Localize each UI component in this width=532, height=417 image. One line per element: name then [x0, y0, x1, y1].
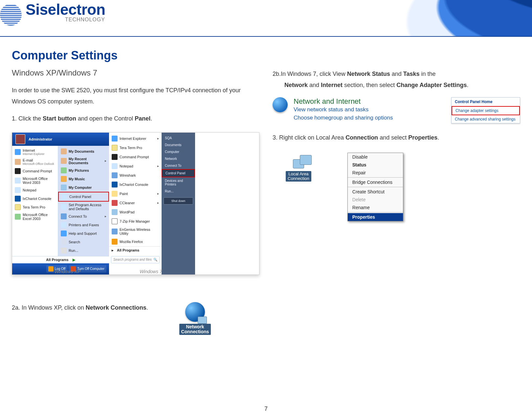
cp-home[interactable]: Control Panel Home — [452, 98, 520, 106]
globe-monitor-icon — [185, 302, 205, 322]
xp-place-item[interactable]: My Documents — [58, 147, 109, 156]
xp-app-label: Tera Term Pro — [23, 205, 45, 209]
xp-place-label: My Recent Documents — [69, 157, 103, 165]
context-menu-item[interactable]: Create Shortcut — [348, 188, 403, 196]
win7-side-item[interactable]: Documents — [162, 142, 195, 148]
xp-place-item[interactable]: Run... — [58, 246, 109, 255]
xp-place-label: My Computer — [69, 186, 92, 189]
win7-app-label: Mozilla Firefox — [120, 240, 143, 244]
win7-app-item[interactable]: Tera Term Pro — [109, 143, 162, 152]
win7-search-input[interactable]: Search programs and files 🔍 — [111, 256, 160, 263]
win7-side-item[interactable]: Network — [162, 155, 195, 162]
network-internet-icon — [273, 97, 288, 112]
homegroup-link[interactable]: Choose homegroup and sharing options — [294, 114, 393, 122]
xp-app-item[interactable]: Command Prompt — [12, 167, 58, 175]
place-icon — [61, 230, 67, 236]
xp-control-panel-item[interactable]: Control Panel — [58, 192, 109, 202]
xp-place-item[interactable]: My Pictures — [58, 166, 109, 175]
win7-app-item[interactable]: Mozilla Firefox — [109, 237, 162, 246]
win7-app-item[interactable]: CCleaner — [109, 198, 162, 208]
win7-side-item[interactable]: Computer — [162, 148, 195, 155]
xp-app-label: Microsoft Office Word 2003 — [23, 177, 48, 185]
win7-side-item[interactable]: Run... — [162, 188, 195, 195]
win7-app-item[interactable]: Notepad — [109, 162, 162, 171]
intro-text: In order to use the SWE 2520, you must f… — [12, 85, 259, 107]
xp-place-label: My Music — [69, 177, 85, 181]
win7-app-item[interactable]: Wireshark — [109, 171, 162, 180]
win7-side-item[interactable]: Devices and Printers — [162, 177, 195, 188]
win7-app-item[interactable]: Command Prompt — [109, 152, 162, 162]
win7-app-label: Wireshark — [120, 173, 136, 177]
xp-place-item[interactable]: My Computer — [58, 183, 109, 192]
win7-app-label: Tera Term Pro — [120, 146, 142, 150]
network-internet-heading[interactable]: Network and Internet — [294, 97, 393, 106]
win7-all-programs[interactable]: ▸ All Programs — [109, 246, 162, 254]
globe-icon — [0, 4, 22, 26]
change-adapter-link[interactable]: Change adapter settings — [452, 106, 520, 115]
xp-place-item[interactable]: Printers and Faxes — [58, 221, 109, 229]
win7-start-menu: Internet Explorer Tera Term Pro Command … — [109, 133, 195, 274]
xp-place-label: Help and Support — [69, 231, 97, 235]
xp-place-item[interactable]: Search — [58, 238, 109, 246]
network-connections-icon[interactable]: NetworkConnections — [179, 302, 211, 335]
win7-app-label: Command Prompt — [120, 155, 149, 159]
xp-app-item[interactable]: Notepad — [12, 186, 58, 194]
win7-app-item[interactable]: WordPad — [109, 208, 162, 217]
app-icon — [112, 218, 118, 224]
win7-side-item[interactable]: SQA — [162, 135, 195, 142]
step-2b: 2b.In Windows 7, click View Network Stat… — [273, 68, 520, 91]
xp-app-item[interactable]: Tera Term Pro — [12, 203, 58, 211]
app-icon — [112, 191, 118, 197]
page-number: 7 — [264, 406, 268, 412]
context-menu-item[interactable]: Bridge Connections — [348, 178, 403, 186]
xp-app-item[interactable]: InternetInternet Explorer — [12, 147, 58, 157]
xp-app-item[interactable]: Microsoft Office Excel 2003 — [12, 211, 58, 222]
context-properties[interactable]: Properties — [348, 213, 403, 221]
app-icon — [112, 172, 118, 178]
xp-app-item[interactable]: E-mailMicrosoft Office Outlook — [12, 157, 58, 167]
place-icon — [61, 148, 67, 154]
xp-start-header: Administrator — [12, 133, 109, 146]
xp-app-label: Microsoft Office Excel 2003 — [23, 213, 48, 221]
view-status-link[interactable]: View network status and tasks — [294, 106, 393, 114]
xp-app-label: Notepad — [23, 188, 36, 192]
context-menu-item[interactable]: Rename — [348, 204, 403, 211]
advanced-sharing-link[interactable]: Change advanced sharing settings — [452, 115, 520, 123]
xp-app-label: Internet — [23, 148, 35, 152]
app-icon — [15, 187, 21, 193]
win7-app-item[interactable]: EnGenius Wireless Utility — [109, 226, 162, 237]
xp-app-item[interactable]: IxChariot Console — [12, 194, 58, 203]
network-connections-label: NetworkConnections — [179, 324, 211, 335]
app-icon — [112, 239, 118, 245]
xp-all-programs[interactable]: All Programs — [46, 258, 68, 262]
context-menu: DisableStatusRepairBridge ConnectionsCre… — [347, 153, 403, 221]
xp-place-item[interactable]: Set Program Access and Defaults — [58, 202, 109, 212]
monitors-icon — [293, 159, 304, 168]
app-icon — [112, 154, 118, 160]
win7-control-panel-item[interactable]: Control Panel — [162, 169, 195, 177]
context-menu-item[interactable]: Repair — [348, 169, 403, 177]
app-icon — [112, 145, 118, 151]
banner-waves — [138, 0, 532, 36]
logoff-icon — [48, 266, 54, 272]
context-menu-item[interactable]: Disable — [348, 153, 403, 161]
app-icon — [112, 229, 118, 234]
win7-app-item[interactable]: Paint — [109, 189, 162, 198]
win7-app-item[interactable]: 7-Zip File Manager — [109, 217, 162, 226]
app-icon — [112, 200, 118, 206]
xp-place-item[interactable]: My Recent Documents — [58, 156, 109, 166]
xp-place-item[interactable]: Connect To — [58, 212, 109, 221]
win7-app-item[interactable]: IxChariot Console — [109, 180, 162, 189]
win7-app-label: Notepad — [120, 164, 133, 168]
win7-app-item[interactable]: Internet Explorer — [109, 134, 162, 143]
win7-shutdown-button[interactable]: Shut down — [164, 197, 193, 205]
context-menu-item[interactable]: Status — [348, 161, 403, 169]
place-icon — [61, 185, 67, 190]
app-icon — [15, 196, 21, 202]
xp-place-item[interactable]: Help and Support — [58, 229, 109, 238]
xp-app-item[interactable]: Microsoft Office Word 2003 — [12, 175, 58, 186]
app-icon — [15, 159, 21, 165]
local-area-connection-icon[interactable]: Local AreaConnection — [286, 159, 311, 182]
xp-place-item[interactable]: My Music — [58, 175, 109, 183]
win7-side-item[interactable]: Connect To — [162, 162, 195, 169]
